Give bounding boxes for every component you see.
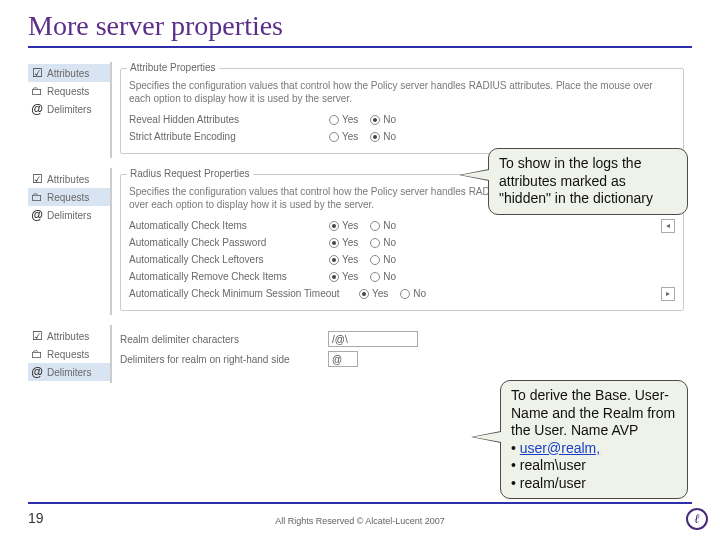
radio-yes[interactable]: Yes [359, 288, 388, 299]
check-icon [30, 66, 44, 80]
sidebar-item-attributes[interactable]: Attributes [28, 64, 110, 82]
option-min-session-timeout: Automatically Check Minimum Session Time… [129, 285, 675, 302]
footer-copyright: All Rights Reserved © Alcatel-Lucent 200… [275, 516, 445, 526]
option-label: Automatically Check Leftovers [129, 254, 329, 265]
delimiters-pane: Realm delimiter characters Delimiters fo… [110, 325, 692, 383]
footer-divider [28, 502, 692, 504]
option-reveal-hidden: Reveal Hidden Attributes Yes No [129, 111, 675, 128]
field-realm-delimiters: Realm delimiter characters [120, 329, 684, 349]
callout-derive-realm: To derive the Base. User-Name and the Re… [500, 380, 688, 499]
radio-dot-icon [400, 289, 410, 299]
radio-no[interactable]: No [400, 288, 426, 299]
callout-hidden-attributes: To show in the logs the attributes marke… [488, 148, 688, 215]
page-number: 19 [28, 510, 44, 526]
radio-yes[interactable]: Yes [329, 237, 358, 248]
sidebar-item-delimiters[interactable]: Delimiters [28, 363, 110, 381]
alcatel-lucent-logo-icon: ℓ [686, 508, 708, 530]
callout-text: To derive the Base. User-Name and the Re… [511, 387, 675, 438]
option-label: Strict Attribute Encoding [129, 131, 329, 142]
radio-dot-icon [370, 238, 380, 248]
option-label: Reveal Hidden Attributes [129, 114, 329, 125]
radio-dot-icon [329, 115, 339, 125]
title-underline [28, 46, 692, 48]
sidebar-item-label: Delimiters [47, 367, 91, 378]
radio-dot-icon [329, 238, 339, 248]
radio-dot-icon [370, 255, 380, 265]
option-remove-check-items: Automatically Remove Check Items Yes No [129, 268, 675, 285]
group-description: Specifies the configuration values that … [129, 79, 675, 105]
sidebar-item-label: Delimiters [47, 104, 91, 115]
callout-item: realm/user [511, 475, 677, 493]
radio-dot-icon [329, 255, 339, 265]
callout-text: To show in the logs the attributes marke… [499, 155, 653, 206]
folder-icon [30, 190, 44, 204]
sidebar-item-label: Delimiters [47, 210, 91, 221]
radio-no[interactable]: No [370, 237, 396, 248]
option-label: Automatically Check Minimum Session Time… [129, 288, 359, 299]
sidebar-item-delimiters[interactable]: Delimiters [28, 206, 110, 224]
panel-delimiters: Attributes Requests Delimiters Realm del… [28, 325, 692, 383]
option-label: Automatically Remove Check Items [129, 271, 329, 282]
sidebar-item-attributes[interactable]: Attributes [28, 170, 110, 188]
right-hand-delimiters-input[interactable] [328, 351, 358, 367]
sidebar-item-label: Requests [47, 192, 89, 203]
sidebar: Attributes Requests Delimiters [28, 325, 110, 383]
option-label: Automatically Check Password [129, 237, 329, 248]
radio-yes[interactable]: Yes [329, 131, 358, 142]
option-strict-encoding: Strict Attribute Encoding Yes No [129, 128, 675, 145]
radio-dot-icon [370, 272, 380, 282]
option-label: Automatically Check Items [129, 220, 329, 231]
sidebar-item-label: Attributes [47, 68, 89, 79]
attributes-groupbox: Attribute Properties Specifies the confi… [120, 68, 684, 154]
scroll-up-icon[interactable]: ◂ [661, 219, 675, 233]
sidebar-item-label: Attributes [47, 331, 89, 342]
sidebar: Attributes Requests Delimiters [28, 62, 110, 158]
radio-no[interactable]: No [370, 254, 396, 265]
option-check-password: Automatically Check Password Yes No [129, 234, 675, 251]
radio-dot-icon [329, 132, 339, 142]
radio-no[interactable]: No [370, 271, 396, 282]
sidebar-item-requests[interactable]: Requests [28, 345, 110, 363]
callout-item: realm\user [511, 457, 677, 475]
radio-dot-icon [329, 272, 339, 282]
scroll-down-icon[interactable]: ▸ [661, 287, 675, 301]
radio-no[interactable]: No [370, 220, 396, 231]
sidebar: Attributes Requests Delimiters [28, 168, 110, 315]
attributes-pane: Attribute Properties Specifies the confi… [110, 62, 692, 158]
field-right-hand-delimiters: Delimiters for realm on right-hand side [120, 349, 684, 369]
at-icon [30, 208, 44, 222]
sidebar-item-delimiters[interactable]: Delimiters [28, 100, 110, 118]
sidebar-item-requests[interactable]: Requests [28, 82, 110, 100]
field-label: Realm delimiter characters [120, 334, 320, 345]
radio-no[interactable]: No [370, 131, 396, 142]
slide-title: More server properties [28, 10, 692, 42]
radio-yes[interactable]: Yes [329, 114, 358, 125]
radio-yes[interactable]: Yes [329, 254, 358, 265]
at-icon [30, 365, 44, 379]
callout-tail-icon [459, 169, 489, 181]
option-check-items: Automatically Check Items Yes No ◂ [129, 217, 675, 234]
sidebar-item-label: Requests [47, 349, 89, 360]
sidebar-item-label: Attributes [47, 174, 89, 185]
folder-icon [30, 347, 44, 361]
group-title: Radius Request Properties [127, 168, 253, 179]
check-icon [30, 329, 44, 343]
group-title: Attribute Properties [127, 62, 219, 73]
radio-yes[interactable]: Yes [329, 271, 358, 282]
realm-delimiters-input[interactable] [328, 331, 418, 347]
radio-dot-icon [370, 132, 380, 142]
radio-no[interactable]: No [370, 114, 396, 125]
callout-tail-icon [471, 431, 501, 443]
panel-attributes: Attributes Requests Delimiters Attribute… [28, 62, 692, 158]
sidebar-item-label: Requests [47, 86, 89, 97]
callout-item: user@realm, [511, 440, 677, 458]
sidebar-item-requests[interactable]: Requests [28, 188, 110, 206]
callout-link[interactable]: user@realm, [520, 440, 600, 456]
option-check-leftovers: Automatically Check Leftovers Yes No [129, 251, 675, 268]
at-icon [30, 102, 44, 116]
radio-dot-icon [359, 289, 369, 299]
field-label: Delimiters for realm on right-hand side [120, 354, 320, 365]
radio-dot-icon [329, 221, 339, 231]
sidebar-item-attributes[interactable]: Attributes [28, 327, 110, 345]
radio-yes[interactable]: Yes [329, 220, 358, 231]
